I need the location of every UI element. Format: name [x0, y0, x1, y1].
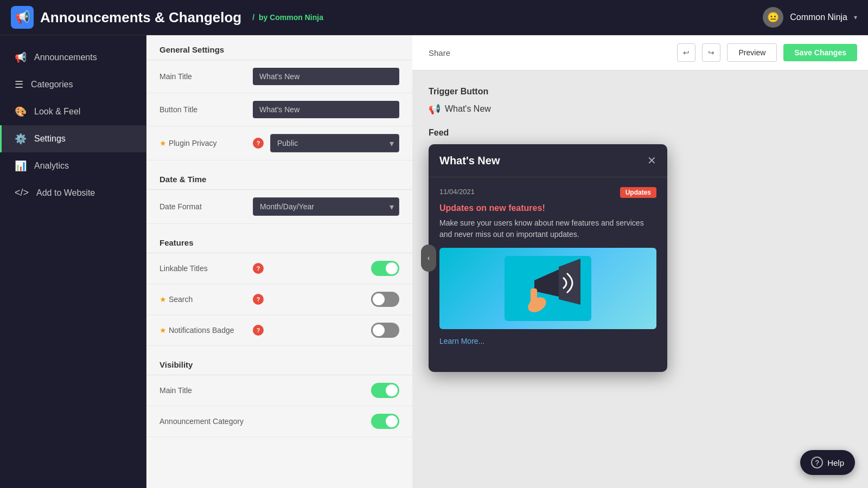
settings-panel: General Settings Main Title Button Title…	[146, 35, 412, 488]
header-right: 😐 Common Ninja ▾	[763, 7, 857, 28]
main-title-input[interactable]	[253, 68, 399, 85]
plugin-privacy-row: ★ Plugin Privacy ? Public Private	[146, 126, 412, 160]
entry-title: Updates on new features!	[439, 203, 656, 213]
trigger-button-preview: 📢 What's New	[429, 103, 852, 115]
star-icon: ★	[159, 139, 167, 147]
privacy-help-badge[interactable]: ?	[253, 138, 264, 149]
entry-date: 11/04/2021	[439, 188, 475, 196]
notifications-badge-row: ★ Notifications Badge ?	[146, 315, 412, 346]
entry-image	[439, 248, 656, 329]
announcements-icon: 📢	[15, 52, 27, 63]
chevron-down-icon[interactable]: ▾	[854, 14, 857, 21]
help-circle-icon: ?	[811, 457, 823, 468]
sidebar-item-look-feel[interactable]: 🎨 Look & Feel	[0, 98, 146, 125]
linkable-titles-toggle[interactable]	[371, 261, 399, 276]
plugin-privacy-select-wrapper: Public Private	[270, 134, 399, 152]
general-settings-header: General Settings	[146, 35, 412, 60]
toggle-knob-search	[373, 293, 385, 305]
linkable-titles-row: Linkable Titles ?	[146, 253, 412, 284]
changelog-modal: What's New ✕ 11/04/2021 Updates Updates …	[429, 144, 667, 372]
trigger-mega-icon: 📢	[429, 103, 441, 115]
app-title: Announcements & Changelog	[40, 9, 241, 26]
star-icon-search: ★	[159, 295, 167, 304]
share-button[interactable]: Share	[423, 45, 456, 61]
settings-icon: ⚙️	[15, 133, 27, 145]
main-title-label: Main Title	[159, 72, 246, 81]
trigger-button-section-title: Trigger Button	[429, 87, 852, 97]
sidebar-item-analytics[interactable]: 📊 Analytics	[0, 152, 146, 179]
svg-rect-4	[531, 288, 537, 305]
button-title-input[interactable]	[253, 101, 399, 118]
help-button[interactable]: ? Help	[800, 450, 855, 475]
sidebar-item-categories[interactable]: ☰ Categories	[0, 71, 146, 98]
button-title-label: Button Title	[159, 105, 246, 114]
star-icon-notif: ★	[159, 326, 167, 335]
date-format-row: Date Format Month/Day/Year Day/Month/Yea…	[146, 190, 412, 224]
redo-icon: ↪	[708, 48, 714, 57]
visibility-main-title-toggle[interactable]	[371, 383, 399, 398]
modal-container: What's New ✕ 11/04/2021 Updates Updates …	[429, 144, 852, 372]
visibility-main-title-row: Main Title	[146, 375, 412, 406]
visibility-announcement-category-label: Announcement Category	[159, 417, 246, 426]
learn-more-link[interactable]: Learn More...	[439, 337, 656, 345]
sidebar: 📢 Announcements ☰ Categories 🎨 Look & Fe…	[0, 35, 146, 488]
toggle-knob-notif	[373, 324, 385, 336]
toggle-knob-vis-title	[386, 384, 398, 396]
plugin-privacy-label: ★ Plugin Privacy	[159, 139, 246, 147]
plugin-privacy-select[interactable]: Public Private	[270, 134, 399, 152]
date-format-select-wrapper: Month/Day/Year Day/Month/Year Year/Month…	[253, 197, 399, 216]
date-format-label: Date Format	[159, 202, 246, 211]
linkable-titles-help[interactable]: ?	[253, 263, 264, 274]
user-name: Common Ninja	[790, 12, 847, 22]
svg-marker-3	[559, 259, 580, 305]
search-toggle[interactable]	[371, 292, 399, 307]
header-by: / by Common Ninja	[252, 13, 323, 22]
toggle-knob-vis-cat	[386, 415, 398, 427]
save-button[interactable]: Save Changes	[783, 44, 857, 61]
header-logo: 📢 Announcements & Changelog / by Common …	[11, 6, 323, 29]
preview-toolbar: Share ↩ ↪ Preview Save Changes	[412, 35, 868, 70]
look-feel-icon: 🎨	[15, 106, 27, 118]
app-header: 📢 Announcements & Changelog / by Common …	[0, 0, 868, 35]
redo-button[interactable]: ↪	[702, 43, 720, 62]
categories-icon: ☰	[15, 79, 23, 91]
notifications-badge-toggle[interactable]	[371, 323, 399, 338]
analytics-icon: 📊	[15, 160, 27, 172]
add-to-website-icon: </>	[15, 187, 29, 198]
feed-label: Feed	[429, 128, 852, 138]
sidebar-item-add-to-website[interactable]: </> Add to Website	[0, 179, 146, 206]
app-logo-icon: 📢	[11, 6, 34, 29]
button-title-row: Button Title	[146, 93, 412, 126]
visibility-announcement-category-row: Announcement Category	[146, 406, 412, 437]
notifications-badge-label: ★ Notifications Badge	[159, 326, 246, 335]
undo-button[interactable]: ↩	[677, 43, 695, 62]
visibility-header: Visibility	[146, 350, 412, 375]
entry-description: Make sure your users know about new feat…	[439, 217, 656, 240]
preview-panel: Share ↩ ↪ Preview Save Changes Trigger B…	[412, 35, 868, 488]
preview-button[interactable]: Preview	[727, 43, 777, 62]
entry-badge: Updates	[620, 187, 656, 198]
linkable-titles-label: Linkable Titles	[159, 264, 246, 273]
trigger-button-text: What's New	[445, 104, 491, 114]
megaphone-svg	[505, 256, 591, 321]
preview-content: Trigger Button 📢 What's New Feed What's …	[412, 70, 868, 488]
notifications-help[interactable]: ?	[253, 325, 264, 336]
date-format-select[interactable]: Month/Day/Year Day/Month/Year Year/Month…	[253, 197, 399, 216]
entry-header: 11/04/2021 Updates	[439, 187, 656, 198]
undo-icon: ↩	[683, 48, 690, 57]
avatar: 😐	[763, 7, 783, 28]
search-help[interactable]: ?	[253, 294, 264, 305]
scroll-handle[interactable]: ‹	[421, 245, 436, 272]
visibility-announcement-category-toggle[interactable]	[371, 414, 399, 429]
sidebar-item-settings[interactable]: ⚙️ Settings	[0, 125, 146, 152]
sidebar-item-announcements[interactable]: 📢 Announcements	[0, 44, 146, 71]
main-title-row: Main Title	[146, 60, 412, 93]
modal-close-button[interactable]: ✕	[647, 154, 656, 167]
toggle-knob	[386, 262, 398, 274]
main-layout: 📢 Announcements ☰ Categories 🎨 Look & Fe…	[0, 35, 868, 488]
visibility-main-title-label: Main Title	[159, 386, 246, 395]
search-row: ★ Search ?	[146, 284, 412, 315]
modal-header: What's New ✕	[429, 144, 667, 177]
modal-body: 11/04/2021 Updates Updates on new featur…	[429, 177, 667, 355]
search-label: ★ Search	[159, 295, 246, 304]
